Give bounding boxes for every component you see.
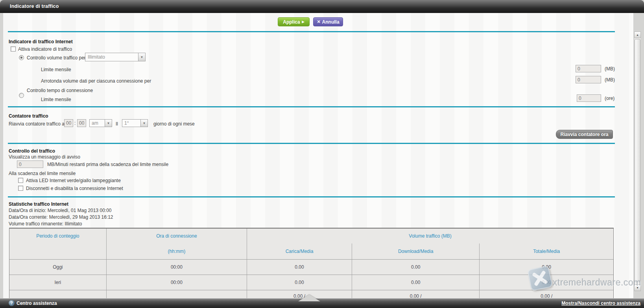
help-center-label[interactable]: Centro assistenza <box>17 301 57 306</box>
subheader-hhmm: (hh:mm) <box>107 243 247 259</box>
connection-time-radio[interactable] <box>19 93 24 98</box>
question-mark-icon: ? <box>9 300 15 306</box>
apply-button[interactable]: Applica ▶ <box>278 17 310 26</box>
warning-threshold-input[interactable] <box>17 160 43 168</box>
disconnect-internet-label: Disconnetti e disabilita la connessione … <box>26 186 123 191</box>
table-header-row: Periodo di conteggio Ora di connessione … <box>9 229 613 243</box>
volume-limit-select-value: Illimitato <box>85 53 138 61</box>
restart-day-select[interactable]: 1° ▼ <box>122 119 148 127</box>
table-cell-period: Ieri <box>9 275 107 290</box>
apply-button-label: Applica <box>283 19 300 25</box>
volume-control-label: Controllo volume traffico per <box>27 55 86 61</box>
limit-expiry-label: Alla scadenza del limite mensile <box>9 171 76 176</box>
table-cell-upload: 0.00 <box>247 275 352 290</box>
section-divider <box>8 106 615 107</box>
cancel-button[interactable]: ✕ Annulla <box>313 17 343 26</box>
subheader-total: Totale/Media <box>480 243 613 259</box>
round-volume-label: Arrotonda volume dati per ciascuna conne… <box>41 78 151 84</box>
section-divider <box>8 143 615 144</box>
monthly-limit-label: Limite mensile <box>41 67 71 72</box>
header-connection-time: Ora di connessione <box>107 229 247 243</box>
day-suffix-label: giorno di ogni mese <box>153 121 195 127</box>
round-volume-input[interactable] <box>576 76 601 83</box>
table-row: Oggi00:000.000.000.00 <box>9 259 613 275</box>
hours-limit-label: Limite mensile <box>41 97 71 102</box>
ampm-select[interactable]: am ▼ <box>89 119 112 127</box>
stats-current-datetime: Data/Ora corrente: Mercoledì, 29 Mag 201… <box>9 214 113 220</box>
help-center-bar: ? Centro assistenza Mostra/Nascondi cent… <box>0 298 644 308</box>
table-cell-total: 0.00 <box>480 275 613 290</box>
led-blink-label: Attiva LED Internet verde/giallo lampegg… <box>26 178 121 183</box>
time-colon: : <box>74 120 76 126</box>
ampm-select-value: am <box>90 120 105 127</box>
disconnect-internet-checkbox[interactable] <box>18 186 23 191</box>
enable-traffic-meter-label: Attiva indicatore di traffico <box>18 46 72 52</box>
stats-start-datetime: Data/Ora di inizio: Mercoledì, 01 Mag 20… <box>9 208 111 213</box>
table-cell-download: 0.00 <box>352 260 480 275</box>
hours-limit-unit: (ore) <box>605 96 614 101</box>
restart-counter-label: Riavvia contatore traffico alle <box>9 121 69 127</box>
table-cell-total: 0.00 <box>480 260 613 275</box>
volume-limit-select[interactable]: Illimitato ▼ <box>85 53 146 61</box>
stats-remaining-volume: Volume traffico rimanente: Illimitato <box>9 221 82 227</box>
cancel-x-icon: ✕ <box>317 20 320 24</box>
chevron-down-icon: ▼ <box>105 120 112 127</box>
title-bar <box>0 0 644 13</box>
scrollbar-up-button[interactable]: ▲ <box>634 31 641 38</box>
traffic-statistics-heading: Statistiche traffico Internet <box>9 201 68 207</box>
page-title: Indicatore di traffico <box>10 4 59 9</box>
chevron-down-icon: ▼ <box>138 53 145 61</box>
connection-time-label: Controllo tempo di connessione <box>27 88 93 93</box>
cancel-button-label: Annulla <box>322 19 340 25</box>
scrollbar-thumb[interactable] <box>635 39 640 282</box>
header-volume-group: Volume traffico (MB) <box>247 229 613 243</box>
table-cell-time: 00:00 <box>107 275 247 290</box>
monthly-limit-input[interactable] <box>576 65 601 72</box>
apply-arrow-icon: ▶ <box>302 20 304 24</box>
enable-traffic-meter-checkbox[interactable] <box>11 46 16 52</box>
traffic-meter-heading: Indicatore di traffico Internet <box>9 39 73 44</box>
toggle-help-center-link[interactable]: Mostra/Nascondi centro assistenza <box>561 301 640 306</box>
monthly-limit-unit: (MB) <box>605 66 615 72</box>
traffic-control-heading: Controllo del traffico <box>9 148 55 154</box>
led-blink-checkbox[interactable] <box>18 178 23 183</box>
section-divider <box>8 196 615 197</box>
subheader-download: Download/Media <box>352 243 480 259</box>
round-volume-unit: (MB) <box>605 77 615 83</box>
table-subheader-row: (hh:mm) Carica/Media Download/Media Tota… <box>9 243 613 259</box>
warning-message-label: Visualizza un messaggio di avviso <box>9 154 80 160</box>
volume-control-radio[interactable] <box>19 55 24 60</box>
header-period: Periodo di conteggio <box>9 229 107 243</box>
restart-day-select-value: 1° <box>122 120 140 127</box>
warning-threshold-suffix: MB/Minuti restanti prima della scadenza … <box>47 162 168 167</box>
subheader-upload: Carica/Media <box>247 243 352 259</box>
hours-limit-input[interactable] <box>577 94 601 102</box>
restart-counter-now-button[interactable]: Riavvia contatore ora <box>556 130 613 139</box>
table-cell-upload: 0.00 <box>247 260 352 275</box>
table-cell-time: 00:00 <box>107 260 247 275</box>
table-cell-period: Oggi <box>9 260 107 275</box>
section-divider <box>8 31 615 32</box>
day-prefix-label: Il <box>116 121 118 127</box>
traffic-counter-heading: Contatore traffico <box>9 113 48 119</box>
subheader-empty <box>9 243 107 259</box>
expand-help-arrow-icon[interactable] <box>298 295 320 301</box>
chevron-down-icon: ▼ <box>140 120 148 127</box>
table-row: Ieri00:000.000.000.00 <box>9 275 613 290</box>
restart-hour-input[interactable] <box>64 119 73 127</box>
table-cell-download: 0.00 <box>352 275 480 290</box>
scrollbar-down-button[interactable]: ▼ <box>634 284 641 291</box>
restart-minute-input[interactable] <box>77 119 86 127</box>
